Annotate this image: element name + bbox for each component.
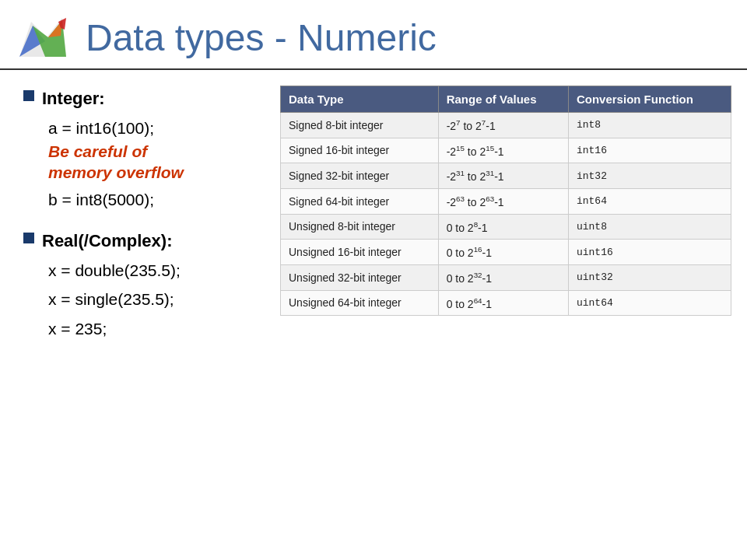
main-content: Integer: a = int16(100); Be careful ofme… <box>0 70 747 369</box>
header: Data types - Numeric <box>0 0 747 70</box>
real-section: Real(/Complex): x = double(235.5); x = s… <box>23 228 265 341</box>
overflow-warning: Be careful ofmemory overflow <box>42 141 265 184</box>
integer-section: Integer: a = int16(100); Be careful ofme… <box>23 86 265 212</box>
cell-func: uint32 <box>568 264 731 290</box>
table-row: Signed 16-bit integer-215 to 215-1int16 <box>281 138 731 163</box>
real-line-1: x = double(235.5); <box>42 258 265 283</box>
table-row: Signed 64-bit integer-263 to 263-1int64 <box>281 188 731 214</box>
cell-func: int64 <box>568 188 731 214</box>
integer-line-2: b = int8(5000); <box>42 187 265 212</box>
cell-datatype: Signed 64-bit integer <box>281 188 439 214</box>
cell-func: uint64 <box>568 290 731 316</box>
cell-datatype: Unsigned 8-bit integer <box>281 214 439 240</box>
cell-range: -263 to 263-1 <box>438 188 568 214</box>
real-content: Real(/Complex): x = double(235.5); x = s… <box>42 228 265 341</box>
matlab-logo <box>16 14 70 61</box>
col-header-conversion: Conversion Function <box>568 86 731 113</box>
cell-func: int16 <box>568 138 731 163</box>
cell-datatype: Signed 8-bit integer <box>281 113 439 138</box>
page-title: Data types - Numeric <box>86 16 437 59</box>
table-header-row: Data Type Range of Values Conversion Fun… <box>281 86 731 113</box>
left-column: Integer: a = int16(100); Be careful ofme… <box>23 86 265 353</box>
real-line-2: x = single(235.5); <box>42 287 265 312</box>
table-row: Unsigned 32-bit integer0 to 232-1uint32 <box>281 264 731 290</box>
cell-datatype: Signed 32-bit integer <box>281 163 439 189</box>
cell-datatype: Signed 16-bit integer <box>281 138 439 163</box>
table-row: Unsigned 16-bit integer0 to 216-1uint16 <box>281 240 731 265</box>
cell-range: 0 to 264-1 <box>438 290 568 316</box>
bullet-icon <box>23 90 34 101</box>
cell-range: -215 to 215-1 <box>438 138 568 163</box>
table-row: Unsigned 64-bit integer0 to 264-1uint64 <box>281 290 731 316</box>
real-line-3: x = 235; <box>42 317 265 341</box>
table-row: Signed 8-bit integer-27 to 27-1int8 <box>281 113 731 138</box>
cell-func: int8 <box>568 113 731 138</box>
cell-func: uint8 <box>568 214 731 240</box>
col-header-range: Range of Values <box>438 86 568 113</box>
cell-range: -27 to 27-1 <box>438 113 568 138</box>
bullet-icon-2 <box>23 233 34 243</box>
table-row: Unsigned 8-bit integer0 to 28-1uint8 <box>281 214 731 240</box>
cell-range: 0 to 28-1 <box>438 214 568 240</box>
cell-datatype: Unsigned 64-bit integer <box>281 290 439 316</box>
cell-datatype: Unsigned 32-bit integer <box>281 264 439 290</box>
cell-range: -231 to 231-1 <box>438 163 568 189</box>
cell-datatype: Unsigned 16-bit integer <box>281 240 439 265</box>
table-row: Signed 32-bit integer-231 to 231-1int32 <box>281 163 731 189</box>
real-label: Real(/Complex): <box>42 228 265 254</box>
cell-func: uint16 <box>568 240 731 265</box>
cell-func: int32 <box>568 163 731 189</box>
cell-range: 0 to 216-1 <box>438 240 568 265</box>
cell-range: 0 to 232-1 <box>438 264 568 290</box>
integer-label: Integer: <box>42 86 265 111</box>
data-types-table: Data Type Range of Values Conversion Fun… <box>280 86 731 316</box>
integer-content: Integer: a = int16(100); Be careful ofme… <box>42 86 265 212</box>
col-header-datatype: Data Type <box>281 86 439 113</box>
integer-line-1: a = int16(100); <box>42 116 265 141</box>
data-table-container: Data Type Range of Values Conversion Fun… <box>280 86 731 353</box>
